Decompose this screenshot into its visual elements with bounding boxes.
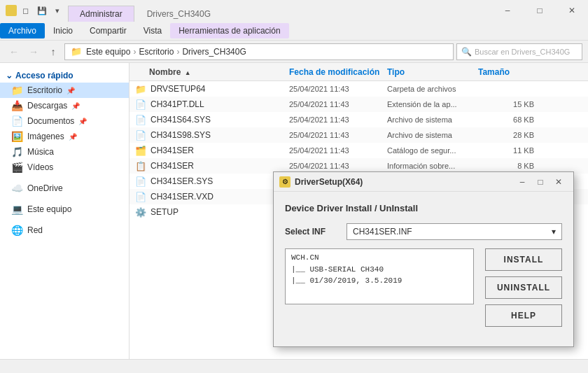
file-type: Carpeta de archivos [387,85,478,93]
up-button[interactable]: ↑ [45,43,62,60]
back-button[interactable]: ← [6,43,22,60]
sidebar-item-documentos[interactable]: 📄 Documentos 📌 [0,113,129,129]
file-date: 25/04/2021 11:43 [289,85,387,93]
dialog-body: Device Driver Install / UnInstall Select… [274,192,573,346]
dialog-title-text: DriverSetup(X64) [295,177,513,187]
table-row[interactable]: 📁 DRVSETUP64 25/04/2021 11:43 Carpeta de… [130,81,588,97]
select-inf-value: CH341SER.INF [353,227,412,237]
file-type: Catálogo de segur... [387,146,478,155]
file-name: CH341SER [150,161,194,171]
videos-icon: 🎬 [11,162,23,173]
close-button[interactable]: ✕ [556,0,588,21]
file-date: 25/04/2021 11:43 [289,115,387,124]
menu-inicio[interactable]: Inicio [45,23,81,38]
dialog-title-bar: ⚙ DriverSetup(X64) – □ ✕ [274,172,573,192]
onedrive-icon: ☁️ [11,183,23,194]
sidebar-red-label: Red [27,225,43,235]
file-name: SETUP [150,207,178,217]
sidebar-item-imagenes[interactable]: 🖼️ Imágenes 📌 [0,129,129,144]
menu-archivo[interactable]: Archivo [0,23,45,38]
descargas-icon: 📥 [11,100,23,111]
file-type: Información sobre... [387,162,478,170]
sidebar-acceso-label: Acceso rápido [15,71,74,80]
status-bar [0,359,588,373]
pin-icon: 📌 [66,87,75,94]
address-path[interactable]: 📁 Este equipo › Escritorio › Drivers_CH3… [64,43,454,60]
table-row[interactable]: 📄 CH341S64.SYS 25/04/2021 11:43 Archivo … [130,112,588,127]
pin-icon3: 📌 [78,118,87,125]
maximize-button[interactable]: □ [524,0,556,21]
file-size: 8 KB [478,162,534,170]
sidebar-item-red[interactable]: 🌐 Red [0,223,129,238]
file-icon: 📄 [135,115,146,125]
sidebar-item-escritorio[interactable]: 📁 Escritorio 📌 [0,83,129,98]
tab-drivers[interactable]: Drivers_CH340G [136,6,222,22]
info-line2: |__ USB-SERIAL CH340 [291,264,468,276]
col-type-header[interactable]: Tipo [387,67,478,77]
menu-herramientas[interactable]: Herramientas de aplicación [170,23,288,38]
info-buttons-row: WCH.CN |__ USB-SERIAL CH340 |__ 01/30/20… [285,248,562,327]
dialog-minimize-button[interactable]: – [513,174,531,190]
table-row[interactable]: 📄 CH341PT.DLL 25/04/2021 11:43 Extensión… [130,97,588,112]
search-box[interactable]: 🔍 Buscar en Drivers_CH340G [456,43,582,60]
uninstall-button[interactable]: UNINSTALL [485,276,562,299]
info-line1: WCH.CN [291,252,468,264]
title-bar: ◻ 💾 ▾ Administrar Drivers_CH340G – □ ✕ [0,0,588,21]
dialog-action-buttons: INSTALL UNINSTALL HELP [485,248,562,327]
file-name: CH341S64.SYS [150,115,211,125]
sidebar-videos-label: Vídeos [27,162,53,172]
title-tabs: Administrar Drivers_CH340G [68,0,491,21]
sidebar-musica-label: Música [27,147,54,157]
sidebar-item-videos[interactable]: 🎬 Vídeos [0,160,129,175]
file-icon: ⚙️ [135,207,146,218]
dialog-maximize-button[interactable]: □ [531,174,550,190]
file-icon: 📄 [135,192,146,202]
sidebar: ⌄ Acceso rápido 📁 Escritorio 📌 📥 Descarg… [0,63,130,359]
minimize-button[interactable]: – [491,0,524,21]
col-size-header[interactable]: Tamaño [478,67,534,77]
menu-vista[interactable]: Vista [135,23,170,38]
table-row[interactable]: 📄 CH341S98.SYS 25/04/2021 11:43 Archivo … [130,127,588,143]
sidebar-item-onedrive[interactable]: ☁️ OneDrive [0,181,129,196]
table-row[interactable]: 🗂️ CH341SER 25/04/2021 11:43 Catálogo de… [130,143,588,158]
col-name-header[interactable]: Nombre ▲ [135,67,289,77]
info-section: WCH.CN |__ USB-SERIAL CH340 |__ 01/30/20… [285,248,474,304]
sidebar-item-musica[interactable]: 🎵 Música [0,144,129,160]
dialog-close-button[interactable]: ✕ [550,174,568,190]
tab-administrar[interactable]: Administrar [68,6,134,22]
help-button[interactable]: HELP [485,304,562,327]
file-date: 25/04/2021 11:43 [289,146,387,155]
dialog-header: Device Driver Install / UnInstall [285,203,562,213]
select-inf-row: Select INF CH341SER.INF ▾ [285,223,562,240]
file-type: Archivo de sistema [387,131,478,139]
sidebar-item-descargas[interactable]: 📥 Descargas 📌 [0,98,129,113]
path-pc: Este equipo [86,47,130,57]
file-name: CH341SER [150,146,194,155]
dropdown-arrow-icon: ▾ [552,227,556,237]
install-button[interactable]: INSTALL [485,248,562,271]
sidebar-acceso-rapido[interactable]: ⌄ Acceso rápido [0,69,129,83]
dialog-app-icon: ⚙ [279,176,290,188]
file-icon: 📄 [135,176,146,187]
file-date: 25/04/2021 11:43 [289,131,387,139]
documentos-icon: 📄 [11,115,23,127]
quick-access-btn1[interactable]: ◻ [20,5,31,17]
file-size: 15 KB [478,100,534,108]
driver-info-box: WCH.CN |__ USB-SERIAL CH340 |__ 01/30/20… [285,248,474,304]
menu-compartir[interactable]: Compartir [81,23,135,38]
address-bar: ← → ↑ 📁 Este equipo › Escritorio › Drive… [0,41,588,63]
sidebar-equipo-label: Este equipo [27,204,71,214]
escritorio-icon: 📁 [11,85,23,96]
quick-access-dropdown[interactable]: ▾ [52,5,62,17]
driver-setup-dialog[interactable]: ⚙ DriverSetup(X64) – □ ✕ Device Driver I… [273,171,574,347]
sidebar-item-este-equipo[interactable]: 💻 Este equipo [0,202,129,217]
select-inf-dropdown[interactable]: CH341SER.INF ▾ [346,223,562,240]
file-size: 11 KB [478,146,534,155]
file-icon: 📁 [135,84,146,94]
quick-access-btn2[interactable]: 💾 [34,5,50,17]
file-date: 25/04/2021 11:43 [289,100,387,108]
file-icon: 📋 [135,161,146,171]
search-icon: 🔍 [461,47,472,57]
forward-button[interactable]: → [25,43,42,60]
col-date-header[interactable]: Fecha de modificación [289,67,387,77]
